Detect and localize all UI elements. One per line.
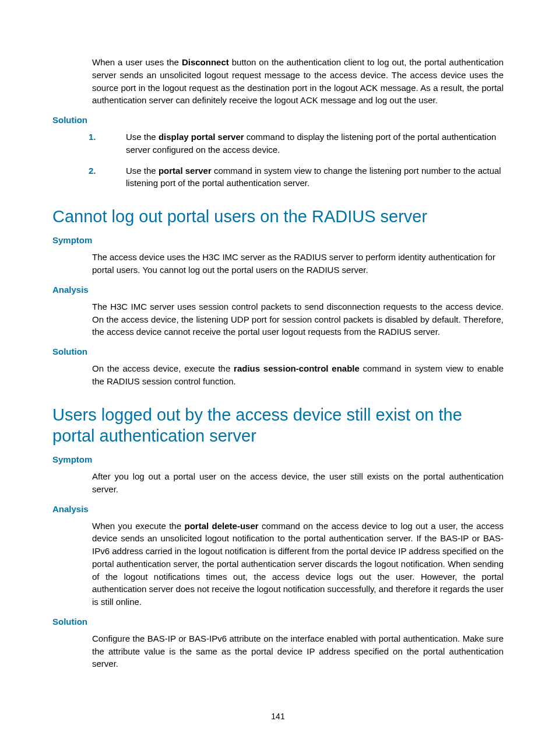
bold-command: portal server (159, 166, 212, 176)
solution-steps: 1. Use the display portal server command… (52, 131, 504, 190)
solution-block: On the access device, execute the radius… (92, 362, 504, 388)
text: command on the access device to log out … (92, 521, 504, 607)
analysis-para: When you execute the portal delete-user … (92, 520, 504, 608)
text: When a user uses the (92, 57, 182, 67)
step-1: 1. Use the display portal server command… (52, 131, 504, 156)
text: Use the (126, 166, 159, 176)
bold-disconnect: Disconnect (182, 57, 229, 67)
analysis-block: When you execute the portal delete-user … (92, 520, 504, 608)
step-number: 2. (89, 164, 96, 177)
bold-command: portal delete-user (184, 521, 258, 531)
step-2: 2. Use the portal server command in syst… (52, 164, 504, 190)
solution-block: Configure the BAS-IP or BAS-IPv6 attribu… (92, 632, 504, 670)
solution-para: On the access device, execute the radius… (92, 362, 504, 388)
text: Use the (126, 132, 159, 142)
text: On the access device, execute the (92, 363, 234, 373)
bold-command: radius session-control enable (234, 363, 360, 373)
page-number: 141 (0, 712, 556, 721)
solution-para: Configure the BAS-IP or BAS-IPv6 attribu… (92, 632, 504, 670)
symptom-heading: Symptom (52, 454, 504, 464)
symptom-para: The access device uses the H3C IMC serve… (92, 251, 504, 276)
analysis-para: The H3C IMC server uses session control … (92, 300, 504, 338)
page: When a user uses the Disconnect button o… (0, 0, 556, 756)
analysis-heading: Analysis (52, 285, 504, 295)
solution-heading: Solution (52, 115, 504, 125)
section-title-still-exist: Users logged out by the access device st… (52, 404, 504, 447)
symptom-para: After you log out a portal user on the a… (92, 470, 504, 496)
solution-heading: Solution (52, 617, 504, 626)
text: When you execute the (92, 521, 184, 531)
analysis-block: The H3C IMC server uses session control … (92, 300, 504, 338)
bold-command: display portal server (159, 132, 244, 142)
symptom-heading: Symptom (52, 235, 504, 245)
step-number: 1. (89, 131, 96, 144)
intro-block: When a user uses the Disconnect button o… (92, 56, 504, 107)
symptom-block: After you log out a portal user on the a… (92, 470, 504, 496)
analysis-heading: Analysis (52, 504, 504, 514)
symptom-block: The access device uses the H3C IMC serve… (92, 251, 504, 276)
intro-para: When a user uses the Disconnect button o… (92, 56, 504, 107)
section-title-radius: Cannot log out portal users on the RADIU… (52, 206, 504, 227)
solution-heading: Solution (52, 346, 504, 356)
